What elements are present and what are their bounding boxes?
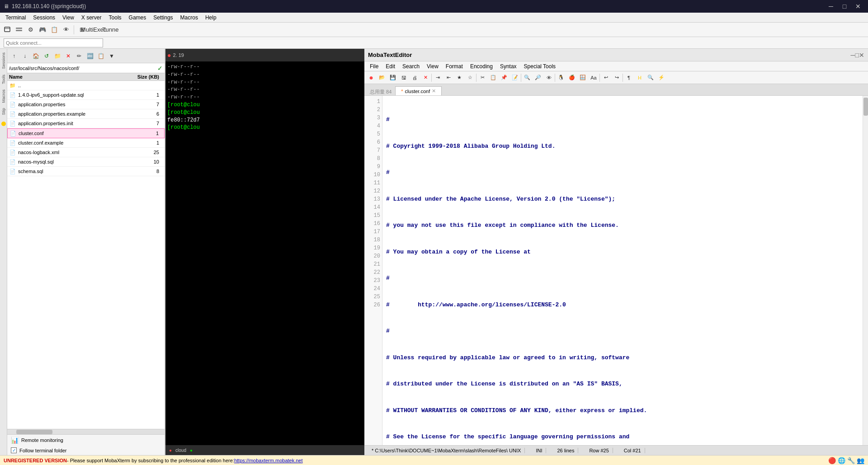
editor-tb-view3[interactable]: 👁	[544, 73, 554, 83]
terminal-content[interactable]: -rw-r--r-- -rw-r--r-- -rw-r--r-- -rw-r--…	[165, 61, 364, 445]
editor-tb-indent[interactable]: ⇥	[433, 73, 443, 83]
editor-tb-pilcrow[interactable]: ¶	[624, 73, 634, 83]
editor-tb-highlight[interactable]: H	[635, 73, 645, 83]
editor-tb-save[interactable]: 💾	[388, 73, 398, 83]
file-row-app-props-init[interactable]: 📄 application.properties.init 7	[7, 119, 165, 128]
tab-close-btn[interactable]: ✕	[432, 88, 436, 94]
editor-menu-view[interactable]: View	[423, 62, 442, 70]
menu-terminal[interactable]: Terminal	[2, 14, 29, 22]
toolbar-tunnel-btn[interactable]: Tunne	[100, 24, 121, 35]
editor-menu-edit[interactable]: Edit	[382, 62, 399, 70]
editor-menu-file[interactable]: File	[366, 62, 382, 70]
editor-tb-open[interactable]: 📂	[377, 73, 387, 83]
follow-terminal-checkbox[interactable]: ✓	[11, 447, 17, 453]
editor-tb-zoom-out[interactable]: 🔎	[533, 73, 543, 83]
toolbar-multiexec-btn[interactable]: MultiExec	[88, 24, 99, 35]
fp-btn-copy[interactable]: 📋	[96, 51, 106, 61]
editor-menu-encoding[interactable]: Encoding	[467, 62, 496, 70]
toolbar-games-btn[interactable]: 🎮	[37, 24, 48, 35]
fp-btn-edit[interactable]: ✏	[74, 51, 84, 61]
menu-games[interactable]: Games	[125, 14, 150, 22]
fp-btn-down[interactable]: ↓	[20, 51, 30, 61]
side-tab-tools[interactable]: Tools	[1, 72, 6, 87]
fp-btn-up[interactable]: ↑	[9, 51, 19, 61]
support-link[interactable]: https://mobaxterm.mobatek.net	[234, 458, 303, 463]
close-button[interactable]: ✕	[852, 1, 864, 11]
editor-tb-close[interactable]: ✕	[420, 73, 430, 83]
file-row-nacos-mysql[interactable]: 📄 nacos-mysql.sql 10	[7, 157, 165, 167]
editor-tb-save2[interactable]: 🖫	[399, 73, 409, 83]
menu-macros[interactable]: Macros	[177, 14, 202, 22]
editor-tb-zoom-in[interactable]: 🔍	[522, 73, 532, 83]
toolbar-servers-btn[interactable]	[14, 24, 24, 35]
fp-btn-more[interactable]: ▼	[107, 51, 117, 61]
editor-tb-nacos[interactable]: ●	[366, 73, 376, 83]
menu-view[interactable]: View	[59, 14, 78, 22]
editor-tb-copy[interactable]: 📋	[488, 73, 498, 83]
editor-tb-bookmark[interactable]: ★	[454, 73, 464, 83]
fp-btn-delete[interactable]: ✕	[63, 51, 73, 61]
side-tab-sessions[interactable]: Sessions	[1, 50, 6, 72]
toolbar-tools-btn[interactable]: ⚙	[25, 24, 36, 35]
editor-minimize-btn[interactable]: ─	[851, 52, 855, 59]
file-row-dotdot[interactable]: 📁 ..	[7, 81, 165, 90]
editor-maximize-btn[interactable]: □	[855, 52, 859, 59]
editor-menu-format[interactable]: Format	[442, 62, 467, 70]
col-header-size[interactable]: Size (KB)	[127, 74, 163, 80]
scrollbar-thumb[interactable]	[863, 98, 868, 116]
file-row-sql[interactable]: 📄 1.4.0-ipv6_support-update.sql 1	[7, 90, 165, 100]
toolbar-session-btn[interactable]	[2, 24, 13, 35]
fp-btn-home[interactable]: 🏠	[31, 51, 41, 61]
taskbar-icon-3[interactable]: 🔧	[847, 457, 855, 464]
editor-tb-linux[interactable]: 🐧	[556, 73, 566, 83]
file-row-cluster-conf[interactable]: 📄 cluster.conf 1	[7, 128, 165, 138]
menu-settings[interactable]: Settings	[150, 14, 176, 22]
editor-scrollbar[interactable]	[863, 96, 868, 445]
editor-tb-undo[interactable]: ↩	[601, 73, 611, 83]
menu-help[interactable]: Help	[202, 14, 220, 22]
editor-tb-win[interactable]: 🪟	[578, 73, 588, 83]
maximize-button[interactable]: □	[838, 1, 851, 11]
code-content[interactable]: # # Copyright 1999-2018 Alibaba Group Ho…	[382, 96, 863, 445]
fp-btn-new-folder[interactable]: 📁	[52, 51, 62, 61]
file-row-app-props-example[interactable]: 📄 application.properties.example 6	[7, 109, 165, 119]
taskbar-icon-2[interactable]: 🌐	[838, 457, 845, 464]
col-header-name[interactable]: Name	[9, 74, 127, 80]
editor-tb-redo[interactable]: ↪	[612, 73, 622, 83]
side-tab-macros[interactable]: Macros	[1, 87, 6, 106]
editor-tb-cut[interactable]: ✂	[477, 73, 487, 83]
file-row-schema[interactable]: 📄 schema.sql 8	[7, 167, 165, 176]
editor-menu-syntax[interactable]: Syntax	[496, 62, 520, 70]
editor-tb-paste[interactable]: 📌	[499, 73, 509, 83]
editor-tb-print[interactable]: 🖨	[410, 73, 420, 83]
editor-tb-search2[interactable]: 🔍	[646, 73, 656, 83]
side-tab-stip[interactable]: Stip	[1, 105, 6, 118]
toolbar-sessions-btn[interactable]: 📋	[49, 24, 60, 35]
editor-tb-paste2[interactable]: 📝	[510, 73, 520, 83]
editor-close-btn[interactable]: ✕	[859, 52, 864, 59]
editor-tb-star[interactable]: ☆	[465, 73, 475, 83]
quick-connect-input[interactable]	[4, 38, 103, 47]
file-row-app-props[interactable]: 📄 application.properties 7	[7, 100, 165, 109]
menu-xserver[interactable]: X server	[78, 14, 105, 22]
editor-tb-mac[interactable]: 🍎	[567, 73, 577, 83]
taskbar-icon-1[interactable]: 🔴	[828, 457, 836, 464]
editor-tb-special[interactable]: ⚡	[656, 73, 666, 83]
file-row-cluster-conf-example[interactable]: 📄 cluster.conf.example 1	[7, 138, 165, 148]
menu-sessions[interactable]: Sessions	[29, 14, 59, 22]
file-row-nacos-logback[interactable]: 📄 nacos-logback.xml 25	[7, 148, 165, 157]
editor-tb-outdent[interactable]: ⇤	[443, 73, 453, 83]
editor-tb-encoding[interactable]: Aa	[589, 73, 599, 83]
minimize-button[interactable]: ─	[825, 1, 837, 11]
fp-btn-rename[interactable]: 🔤	[85, 51, 95, 61]
file-scrollbar[interactable]	[7, 429, 165, 434]
terminal-tab[interactable]: 2. 19	[173, 52, 184, 58]
file-scrollbar-thumb[interactable]	[16, 430, 52, 434]
taskbar-icon-4[interactable]: 👥	[857, 457, 864, 464]
menu-tools[interactable]: Tools	[105, 14, 125, 22]
editor-tab-cluster-conf[interactable]: * cluster.conf ✕	[395, 86, 442, 95]
fp-btn-refresh[interactable]: ↺	[42, 51, 52, 61]
editor-menu-special[interactable]: Special Tools	[520, 62, 560, 70]
editor-menu-search[interactable]: Search	[399, 62, 423, 70]
toolbar-view-btn[interactable]: 👁	[61, 24, 71, 35]
